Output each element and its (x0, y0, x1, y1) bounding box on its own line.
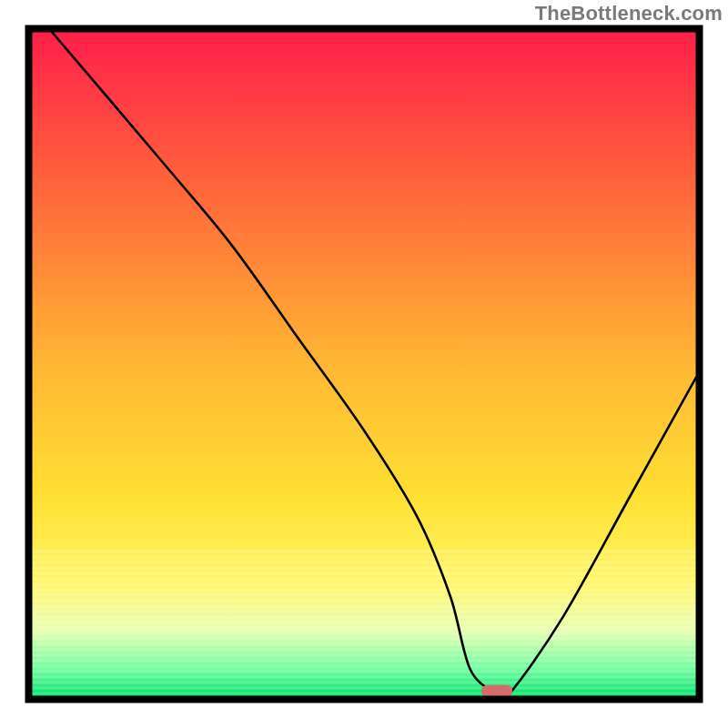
svg-rect-26 (32, 686, 696, 689)
chart-svg (0, 0, 728, 728)
svg-rect-11 (32, 604, 696, 607)
svg-rect-27 (32, 692, 696, 694)
optimum-marker (481, 685, 512, 697)
svg-rect-7 (32, 582, 696, 585)
svg-rect-17 (32, 637, 696, 640)
svg-rect-13 (32, 615, 696, 618)
svg-rect-12 (32, 610, 696, 612)
svg-rect-16 (32, 632, 696, 634)
svg-rect-19 (32, 648, 696, 651)
svg-rect-23 (32, 670, 696, 672)
svg-rect-25 (32, 681, 696, 683)
svg-rect-8 (32, 588, 696, 591)
svg-rect-10 (32, 599, 696, 602)
watermark-text: TheBottleneck.com (535, 2, 723, 25)
svg-rect-5 (32, 571, 696, 574)
svg-rect-3 (32, 561, 696, 563)
svg-rect-1 (32, 550, 696, 552)
svg-rect-6 (32, 577, 696, 580)
svg-rect-9 (32, 593, 696, 596)
svg-rect-22 (32, 664, 696, 667)
svg-rect-18 (32, 642, 696, 645)
svg-rect-4 (32, 566, 696, 569)
svg-rect-14 (32, 621, 696, 623)
svg-rect-21 (32, 659, 696, 662)
chart-stage: TheBottleneck.com (0, 0, 728, 728)
svg-rect-15 (32, 626, 696, 629)
svg-rect-24 (32, 675, 696, 678)
svg-rect-20 (32, 653, 696, 656)
